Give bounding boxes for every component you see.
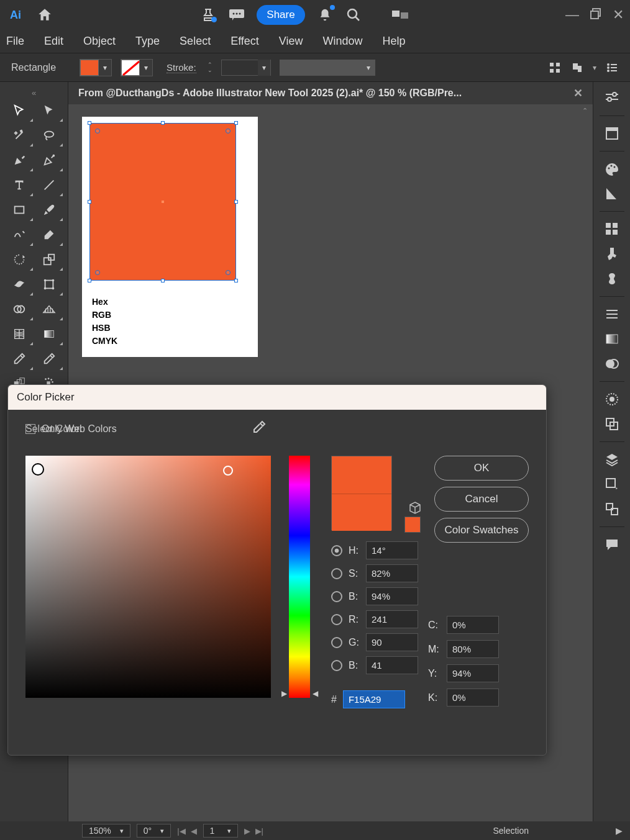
- input-s[interactable]: [366, 564, 418, 582]
- chevron-down-icon[interactable]: ▾: [160, 827, 164, 835]
- curvature-tool[interactable]: [35, 148, 63, 172]
- chevron-down-icon[interactable]: ▾: [362, 60, 375, 76]
- notifications-icon[interactable]: [316, 6, 334, 24]
- align-icon[interactable]: [548, 61, 562, 75]
- pen-tool[interactable]: [5, 148, 34, 172]
- input-k[interactable]: [447, 689, 499, 707]
- corner-widget-bl[interactable]: [95, 270, 100, 275]
- rotation-combo[interactable]: 0°▾: [137, 824, 171, 838]
- stroke-label[interactable]: Stroke:: [167, 62, 196, 73]
- perspective-grid-tool[interactable]: [35, 297, 63, 321]
- properties-panel-icon[interactable]: [600, 87, 624, 109]
- gamut-swatch[interactable]: [404, 517, 421, 533]
- scale-tool[interactable]: [35, 248, 63, 271]
- chevron-down-icon[interactable]: ▾: [593, 63, 596, 72]
- share-button[interactable]: Share: [257, 5, 304, 25]
- handle-mid-left[interactable]: [88, 200, 91, 204]
- lasso-tool[interactable]: [35, 124, 63, 147]
- radio-g[interactable]: [331, 637, 342, 648]
- handle-bot-mid[interactable]: [161, 279, 165, 282]
- brush-dropdown[interactable]: ▾: [280, 60, 375, 76]
- paintbrush-tool[interactable]: [35, 198, 63, 222]
- asset-export-panel-icon[interactable]: [600, 473, 624, 495]
- magic-wand-tool[interactable]: [5, 124, 34, 147]
- close-button[interactable]: ✕: [613, 8, 624, 22]
- scroll-up-icon[interactable]: ⌃: [582, 107, 588, 115]
- discover-icon[interactable]: [199, 6, 217, 24]
- radio-s[interactable]: [331, 568, 342, 579]
- input-r[interactable]: [366, 610, 418, 628]
- menu-object[interactable]: Object: [82, 31, 117, 52]
- radio-r[interactable]: [331, 614, 342, 625]
- input-g[interactable]: [366, 633, 418, 651]
- eraser-tool[interactable]: [35, 223, 63, 246]
- arrange-docs-icon[interactable]: [392, 6, 409, 24]
- color-guide-panel-icon[interactable]: [600, 183, 624, 205]
- chevron-down-icon[interactable]: ▾: [258, 60, 270, 76]
- hue-slider[interactable]: [289, 456, 310, 698]
- input-m[interactable]: [447, 640, 499, 658]
- input-b2[interactable]: [366, 656, 418, 674]
- menu-edit[interactable]: Edit: [43, 31, 65, 52]
- brushes-panel-icon[interactable]: [600, 243, 624, 265]
- radio-b[interactable]: [331, 591, 342, 602]
- rotate-tool[interactable]: [5, 248, 34, 271]
- chevron-down-icon[interactable]: ▾: [99, 60, 111, 76]
- input-y[interactable]: [447, 664, 499, 682]
- color-panel-icon[interactable]: [600, 158, 624, 180]
- libraries-panel-icon[interactable]: [600, 122, 624, 145]
- vertical-scrollbar[interactable]: ⌃: [580, 106, 591, 820]
- hex-input[interactable]: [343, 690, 405, 708]
- direct-selection-tool[interactable]: [35, 99, 63, 122]
- handle-top-mid[interactable]: [161, 121, 165, 125]
- chevron-down-icon[interactable]: ▾: [140, 60, 152, 76]
- home-icon[interactable]: [36, 6, 53, 24]
- stepper-down-icon[interactable]: ⌄: [208, 68, 212, 73]
- handle-top-left[interactable]: [88, 121, 91, 125]
- minimize-button[interactable]: —: [565, 8, 579, 22]
- gradient-panel-icon[interactable]: [600, 328, 624, 350]
- appearance-panel-icon[interactable]: [600, 388, 624, 410]
- prev-artboard-icon[interactable]: ◀: [191, 826, 197, 836]
- menu-window[interactable]: Window: [322, 31, 364, 52]
- list-icon[interactable]: [605, 61, 619, 75]
- line-tool[interactable]: [35, 173, 63, 197]
- width-tool[interactable]: [5, 273, 34, 296]
- rectangle-tool[interactable]: [5, 198, 34, 222]
- input-c[interactable]: [447, 616, 499, 634]
- eyedropper-icon[interactable]: [252, 420, 267, 435]
- comments-panel-icon[interactable]: [600, 533, 624, 556]
- shape-mode-icon[interactable]: [570, 61, 584, 75]
- graphic-styles-panel-icon[interactable]: [600, 413, 624, 435]
- symbols-panel-icon[interactable]: [600, 268, 624, 290]
- corner-widget-br[interactable]: [226, 270, 231, 275]
- next-artboard-icon[interactable]: ▶: [244, 826, 250, 836]
- menu-file[interactable]: File: [5, 31, 25, 52]
- radio-b2[interactable]: [331, 660, 342, 671]
- transparency-panel-icon[interactable]: [600, 353, 624, 375]
- search-icon[interactable]: [345, 6, 362, 24]
- ok-button[interactable]: OK: [434, 456, 529, 481]
- stroke-weight-dropdown[interactable]: ▾: [221, 60, 271, 76]
- stroke-panel-icon[interactable]: [600, 303, 624, 325]
- corner-widget-tr[interactable]: [226, 129, 231, 133]
- gradient-tool[interactable]: [35, 322, 63, 346]
- shaper-tool[interactable]: [5, 223, 34, 246]
- input-h[interactable]: [366, 541, 418, 559]
- handle-mid-right[interactable]: [234, 200, 238, 204]
- menu-effect[interactable]: Effect: [229, 31, 260, 52]
- layers-panel-icon[interactable]: [600, 448, 624, 471]
- handle-bot-left[interactable]: [88, 279, 91, 282]
- handle-bot-right[interactable]: [234, 279, 238, 282]
- input-b[interactable]: [366, 587, 418, 605]
- color-swatches-button[interactable]: Color Swatches: [434, 518, 529, 543]
- chevron-down-icon[interactable]: ▾: [227, 827, 231, 835]
- collapse-icon[interactable]: «: [0, 88, 68, 97]
- selection-tool[interactable]: [5, 99, 34, 122]
- swatches-panel-icon[interactable]: [600, 218, 624, 240]
- handle-top-right[interactable]: [234, 121, 238, 125]
- cancel-button[interactable]: Cancel: [434, 487, 529, 512]
- selected-rectangle[interactable]: [89, 123, 236, 281]
- out-of-gamut-icon[interactable]: [409, 502, 421, 514]
- comment-icon[interactable]: [228, 6, 245, 24]
